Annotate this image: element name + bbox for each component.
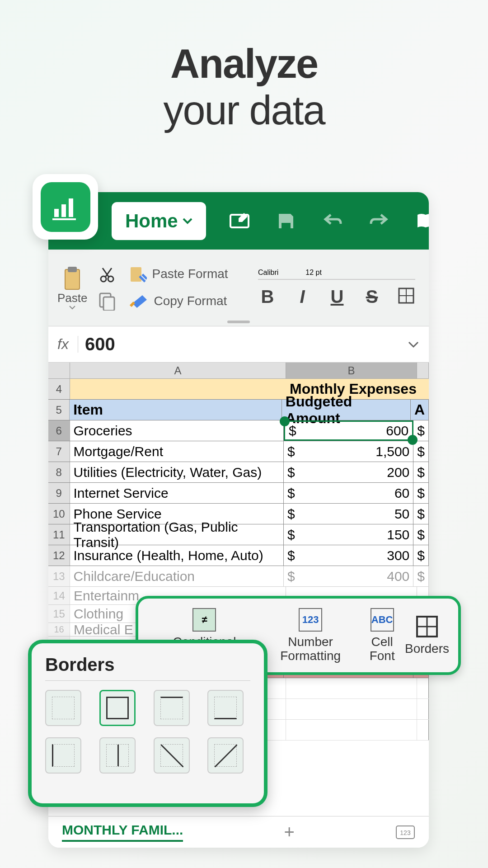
cell[interactable]: [286, 699, 417, 719]
row-header[interactable]: 7: [48, 441, 70, 462]
cell[interactable]: [417, 720, 429, 740]
table-row: 13 Childcare/Education $400 $: [48, 566, 429, 587]
ribbon-drag-handle[interactable]: [227, 321, 250, 323]
svg-line-21: [161, 745, 183, 767]
row-header[interactable]: 8: [48, 462, 70, 482]
number-icon: 123: [299, 608, 322, 632]
svg-rect-2: [69, 198, 73, 217]
selection-handle[interactable]: [280, 416, 290, 426]
row-header[interactable]: 9: [48, 483, 70, 503]
svg-rect-0: [54, 209, 59, 217]
italic-button[interactable]: I: [293, 287, 312, 307]
border-left[interactable]: [45, 737, 81, 774]
row-header[interactable]: 5: [48, 400, 70, 420]
cell[interactable]: $: [413, 441, 429, 462]
add-sheet-button[interactable]: +: [284, 822, 295, 842]
row-header[interactable]: 15: [48, 605, 70, 623]
amount-cell[interactable]: $200: [284, 462, 413, 482]
amount-cell[interactable]: $50: [284, 504, 413, 524]
strikethrough-button[interactable]: S: [362, 287, 381, 307]
item-cell[interactable]: Childcare/Education: [70, 566, 284, 586]
cell[interactable]: [70, 379, 286, 399]
amount-cell[interactable]: $300: [284, 545, 413, 566]
app-launcher-icon[interactable]: [33, 174, 98, 240]
row-header[interactable]: 11: [48, 524, 70, 545]
table-row: 12 Insurance (Health, Home, Auto) $300 $: [48, 545, 429, 566]
row-header[interactable]: 16: [48, 623, 70, 636]
bold-button[interactable]: B: [258, 287, 277, 307]
row-header[interactable]: 13: [48, 566, 70, 586]
borders-button[interactable]: Borders: [405, 615, 449, 656]
item-cell[interactable]: Transportation (Gas, Public Transit): [70, 524, 284, 545]
screen-edit-icon[interactable]: [229, 210, 250, 232]
cell[interactable]: [417, 678, 429, 698]
copy-icon[interactable]: [99, 292, 115, 311]
cell[interactable]: $: [413, 504, 429, 524]
cell[interactable]: $: [413, 545, 429, 566]
column-header-b[interactable]: B: [286, 363, 417, 378]
item-cell[interactable]: Utilities (Electricity, Water, Gas): [70, 462, 284, 482]
home-ribbon-dropdown[interactable]: Home: [112, 202, 206, 240]
formula-bar[interactable]: fx 600: [48, 326, 429, 363]
expand-formula-icon[interactable]: [407, 340, 420, 349]
font-size: 12 pt: [305, 269, 322, 277]
row-header[interactable]: 10: [48, 504, 70, 524]
amount-cell[interactable]: $60: [284, 483, 413, 503]
active-sheet-tab[interactable]: MONTHLY FAMIL...: [62, 822, 183, 842]
scissors-icon[interactable]: [99, 266, 115, 283]
border-none[interactable]: [45, 690, 81, 726]
header-actual-cell[interactable]: A: [411, 400, 429, 420]
item-cell[interactable]: Internet Service: [70, 483, 284, 503]
amount-cell[interactable]: $400: [284, 566, 413, 586]
abc-icon: ABC: [371, 608, 394, 632]
table-row: 7 Mortgage/Rent $1,500 $: [48, 441, 429, 462]
formula-value[interactable]: 600: [85, 334, 400, 354]
border-diagonal-up[interactable]: [207, 737, 244, 774]
header-budgeted-cell[interactable]: Budgeted Amount: [282, 400, 411, 420]
cell[interactable]: $: [413, 524, 429, 545]
item-cell[interactable]: Insurance (Health, Home, Auto): [70, 545, 284, 566]
border-top[interactable]: [154, 690, 190, 726]
top-toolbar: Home: [48, 192, 429, 250]
save-icon[interactable]: [275, 210, 297, 232]
cell[interactable]: $: [413, 462, 429, 482]
item-cell[interactable]: Mortgage/Rent: [70, 441, 284, 462]
row-header[interactable]: 14: [48, 587, 70, 604]
keyboard-icon[interactable]: 123: [395, 825, 415, 840]
copy-format-button[interactable]: Copy Format: [129, 293, 227, 310]
border-outer[interactable]: [99, 690, 136, 726]
row-header[interactable]: 6: [48, 420, 70, 441]
selected-amount-cell[interactable]: $ 600: [284, 420, 413, 441]
cell[interactable]: $: [413, 483, 429, 503]
amount-value: 600: [386, 423, 408, 439]
select-all-corner[interactable]: [48, 363, 70, 378]
borders-panel: Borders: [28, 640, 267, 807]
column-header-a[interactable]: A: [70, 363, 286, 378]
border-vertical[interactable]: [99, 737, 136, 774]
border-bottom[interactable]: [207, 690, 244, 726]
paste-format-button[interactable]: Paste Format: [129, 265, 228, 283]
redo-icon[interactable]: [368, 210, 390, 232]
undo-icon[interactable]: [322, 210, 343, 232]
cell[interactable]: [286, 678, 417, 698]
cell[interactable]: [286, 720, 417, 740]
amount-cell[interactable]: $1,500: [284, 441, 413, 462]
cell-font-button[interactable]: ABC Cell Font: [359, 608, 405, 663]
cell[interactable]: [417, 699, 429, 719]
border-diagonal-down[interactable]: [154, 737, 190, 774]
item-cell[interactable]: Groceries: [70, 420, 284, 441]
paste-group[interactable]: Paste: [57, 266, 88, 310]
underline-button[interactable]: U: [328, 287, 347, 307]
row-header[interactable]: 12: [48, 545, 70, 566]
row-header[interactable]: 4: [48, 379, 70, 399]
book-icon[interactable]: [415, 210, 429, 232]
title-bold: Analyze: [0, 41, 488, 87]
header-item-cell[interactable]: Item: [70, 400, 282, 420]
amount-cell[interactable]: $150: [284, 524, 413, 545]
number-formatting-button[interactable]: 123 Number Formatting: [262, 608, 360, 663]
borders-toggle-icon[interactable]: [397, 287, 415, 305]
svg-rect-10: [131, 267, 141, 282]
column-header-c[interactable]: [417, 363, 429, 378]
font-selection[interactable]: Calibri 12 pt: [258, 269, 415, 280]
cell[interactable]: $: [413, 566, 429, 586]
